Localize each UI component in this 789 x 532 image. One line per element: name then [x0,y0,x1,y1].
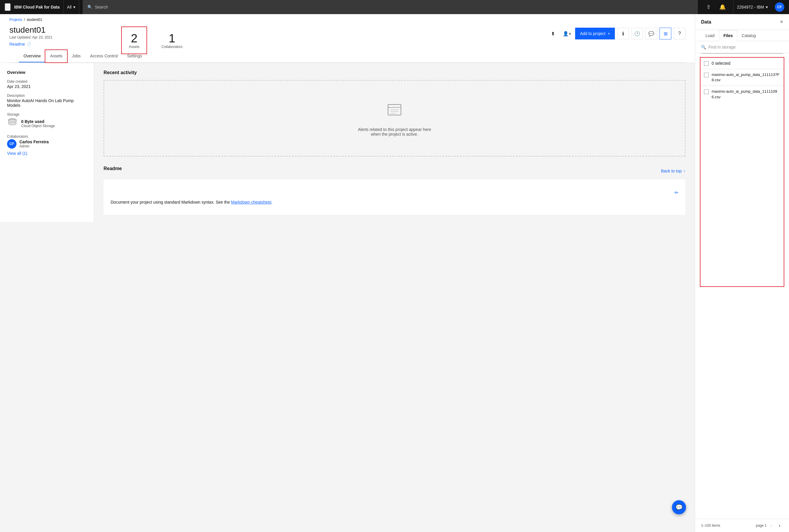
recent-activity-title: Recent activity [103,70,686,75]
search-bar[interactable]: 🔍 [83,0,698,14]
panel-tab-files[interactable]: Files [719,30,737,41]
file-item-1[interactable]: maximo-auto_ai_pump_data_1111137F8.csv [700,69,784,86]
panel-title: Data [701,19,711,25]
readme-edit-button[interactable]: ✏ [111,187,678,199]
collaborators-stat[interactable]: 1 Collaborators [154,27,190,54]
select-all-checkbox[interactable] [704,61,709,66]
pencil-icon[interactable]: ✏ [675,189,678,196]
collaborators-row: Collaborators CF Carlos Ferreira Admin V… [7,134,87,156]
chat-float-button[interactable]: 💬 [672,500,686,514]
collaborator-item: CF Carlos Ferreira Admin [7,139,87,149]
plus-icon: + [608,31,610,36]
chevron-down-icon: ▾ [73,5,75,10]
history-icon-button[interactable]: 🕐 [631,28,643,39]
main-content: Overview Date created Apr 23, 2021 Descr… [0,63,695,222]
notification-icon[interactable]: 🔔 [715,0,730,14]
search-underline [701,53,783,54]
readme-link[interactable]: Readme 📄 [9,42,52,46]
panel-close-button[interactable]: × [780,19,783,25]
activity-empty-icon [385,100,404,122]
svg-point-2 [8,122,17,125]
add-collaborator-button[interactable]: 👤+ [561,28,573,39]
readme-content: ✏ Document your project using standard M… [103,179,686,215]
storage-type: Cloud Object Storage [21,124,55,128]
overview-section-title: Overview [7,70,87,75]
activity-empty-text: Alerts related to this project appear he… [358,127,431,136]
breadcrumb: Projects / student01 [9,14,686,24]
panel-search-input[interactable] [708,45,783,50]
file-checkbox-1[interactable] [704,73,709,77]
next-page-button[interactable]: › [776,522,783,529]
items-count: 1–100 items [701,524,720,528]
assets-stat[interactable]: 2 Assets [121,26,147,54]
tab-jobs[interactable]: Jobs [67,50,85,62]
collaborators-label: Collaborators [7,134,87,138]
search-icon: 🔍 [88,5,92,10]
tab-assets[interactable]: Assets [45,50,67,62]
files-list: 0 selected maximo-auto_ai_pump_data_1111… [700,58,784,103]
description-value: Monitor AutoAI Hands On Lab Pump Models [7,98,87,108]
header-actions: ⬆ 👤+ Add to project + ℹ 🕐 💬 ⊞ ? [547,24,686,43]
page-label: page 1 [756,524,767,528]
project-updated: Last Updated: Apr 23, 2021 [9,35,52,39]
collaborators-label: Collaborators [161,45,182,49]
search-input[interactable] [95,5,693,10]
upload-icon-button[interactable]: ⬆ [547,28,559,39]
project-header-top: student01 Last Updated: Apr 23, 2021 Rea… [9,24,686,50]
tab-overview[interactable]: Overview [19,50,45,62]
breadcrumb-separator: / [24,18,25,22]
panel-search-icon: 🔍 [701,45,706,50]
readme-section-title: Readme [103,166,122,171]
avatar[interactable]: CF [775,2,784,12]
account-chevron-icon: ▾ [766,5,768,10]
collaborator-info: Carlos Ferreira Admin [19,139,49,148]
help-icon-button[interactable]: ? [674,28,686,39]
account-label: 2264972 - IBM [737,5,764,10]
storage-text: 0 Byte used Cloud Object Storage [21,119,55,128]
file-icon: 📄 [27,42,31,46]
comment-icon-button[interactable]: 💬 [646,28,657,39]
file-checkbox-2[interactable] [704,90,709,94]
file-name-2: maximo-auto_ai_pump_data_11111096.csv [712,89,780,99]
storage-icon [7,117,18,130]
file-item-2[interactable]: maximo-auto_ai_pump_data_11111096.csv [700,86,784,102]
breadcrumb-current: student01 [27,18,42,22]
readme-text: Document your project using standard Mar… [111,199,678,205]
scope-selector[interactable]: All ▾ [63,0,79,14]
storage-row: Storage [7,112,87,130]
back-to-top-button[interactable]: Back to top ↑ [661,169,686,173]
view-all-link[interactable]: View all (1) [7,151,87,156]
collaborator-name: Carlos Ferreira [19,139,49,144]
collaborator-avatar: CF [7,139,17,149]
assets-count: 2 [131,32,137,45]
add-to-project-button[interactable]: Add to project + [575,28,615,39]
info-icon-button[interactable]: ℹ [617,28,629,39]
markdown-cheatsheet-link[interactable]: Markdown cheatsheet [231,200,271,205]
collaborator-role: Admin [19,144,49,148]
panel-footer: 1–100 items page 1 ‹ › [695,519,789,532]
tabs: Overview Assets Jobs Access Control Sett… [9,50,686,63]
main-layout: Projects / student01 student01 Last Upda… [0,14,789,532]
selected-count: 0 selected [712,61,730,65]
breadcrumb-projects-link[interactable]: Projects [9,18,22,22]
tab-access-control[interactable]: Access Control [85,50,122,62]
panel-tab-load[interactable]: Load [701,30,719,41]
menu-icon[interactable]: ☰ [5,3,11,11]
panel-header: Data × [695,14,789,30]
account-info[interactable]: 2264972 - IBM ▾ [733,0,771,14]
pagination-nav: page 1 ‹ › [756,522,783,529]
share-icon[interactable]: ⇧ [701,0,715,14]
app-name: IBM Cloud Pak for Data [14,5,60,10]
description-label: Description [7,94,87,98]
files-select-all-row[interactable]: 0 selected [700,58,784,69]
prev-page-button[interactable]: ‹ [768,522,775,529]
readme-section: Readme Back to top ↑ ✏ Document your pro… [103,166,686,215]
storage-box: 0 Byte used Cloud Object Storage [7,117,87,130]
left-sidebar: Overview Date created Apr 23, 2021 Descr… [0,63,94,222]
readme-header: Readme Back to top ↑ [103,166,686,176]
panel-tab-catalog[interactable]: Catalog [737,30,760,41]
panel-search: 🔍 [695,41,789,53]
arrow-up-icon: ↑ [684,169,686,173]
right-panel: Data × Load Files Catalog 🔍 0 selected [695,14,789,532]
grid-icon-button[interactable]: ⊞ [659,28,671,39]
